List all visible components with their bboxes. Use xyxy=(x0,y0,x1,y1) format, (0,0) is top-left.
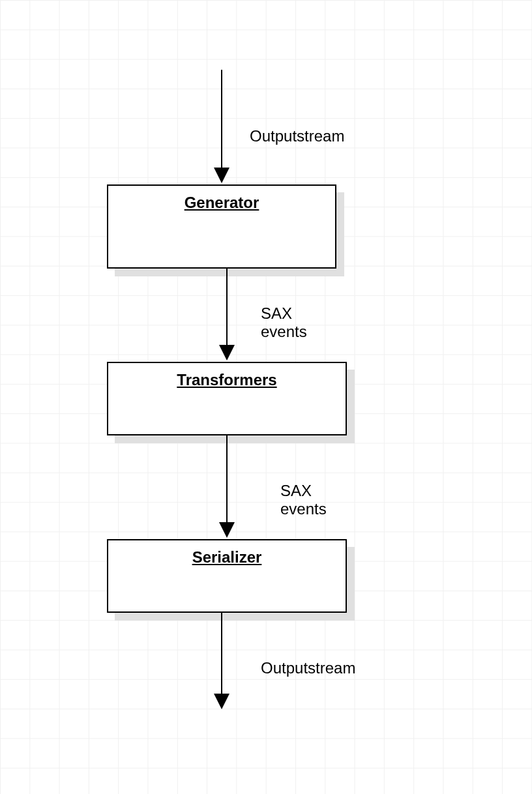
edge-label-gen-trans: SAX events xyxy=(261,304,307,340)
node-title-transformers: Transformers xyxy=(108,371,346,389)
edge-label-out: Outputstream xyxy=(261,659,355,677)
node-serializer: Serializer xyxy=(107,539,347,613)
edge-label-trans-ser: SAX events xyxy=(280,482,327,518)
node-title-serializer: Serializer xyxy=(108,548,346,566)
node-transformers: Transformers xyxy=(107,362,347,435)
node-title-generator: Generator xyxy=(108,194,335,212)
edge-label-in: Outputstream xyxy=(250,127,344,145)
node-generator: Generator xyxy=(107,184,336,269)
diagram-canvas: Generator Transformers Serializer Output… xyxy=(0,0,532,794)
